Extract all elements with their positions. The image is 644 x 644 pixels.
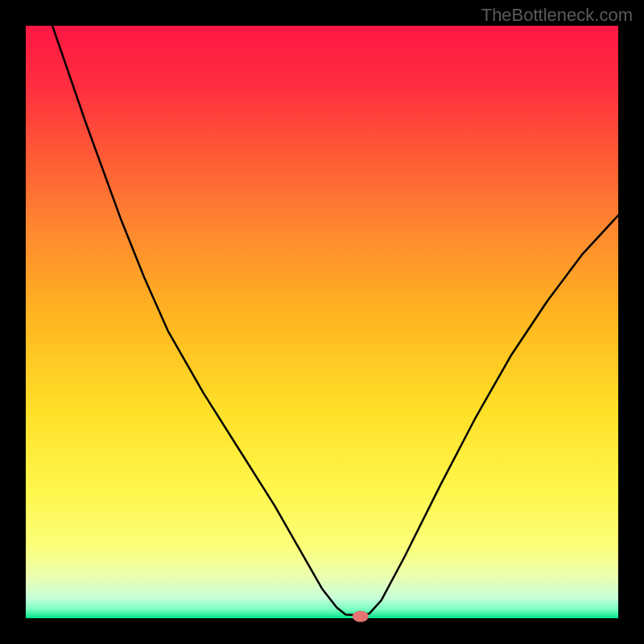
optimal-point-marker — [353, 611, 369, 622]
watermark-text: TheBottleneck.com — [481, 5, 633, 26]
plot-gradient-bg — [26, 26, 618, 618]
chart-container: TheBottleneck.com — [0, 0, 644, 644]
chart-svg — [0, 0, 644, 644]
